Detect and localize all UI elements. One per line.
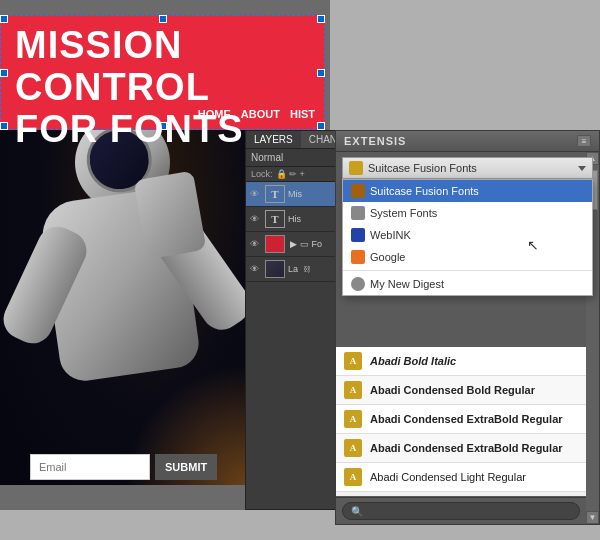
- digest-icon: [351, 277, 365, 291]
- extensis-menu-btn[interactable]: ≡: [577, 135, 591, 147]
- dropdown-option-label: System Fonts: [370, 207, 437, 219]
- digest-label: My New Digest: [370, 278, 444, 290]
- extensis-title: EXTENSIS: [344, 135, 406, 147]
- search-bar: [336, 497, 586, 524]
- font-name: Abadi Condensed Light Regular: [370, 471, 526, 483]
- email-input[interactable]: [30, 454, 150, 480]
- search-input[interactable]: [342, 502, 580, 520]
- dropdown-option-digest[interactable]: My New Digest: [343, 273, 592, 295]
- layer-item[interactable]: 👁 T Mis: [246, 182, 344, 207]
- eye-icon[interactable]: 👁: [250, 214, 262, 224]
- eye-icon[interactable]: 👁: [250, 189, 262, 199]
- blend-mode-dropdown[interactable]: Normal: [246, 149, 344, 167]
- tab-layers[interactable]: LAYERS: [246, 131, 301, 148]
- selected-source-label: Suitcase Fusion Fonts: [368, 162, 477, 174]
- dropdown-option-label: Suitcase Fusion Fonts: [370, 185, 479, 197]
- dropdown-option-label: WebINK: [370, 229, 411, 241]
- layer-name: His: [288, 214, 301, 224]
- layers-tabs: LAYERS CHAN: [246, 131, 344, 149]
- red-banner: MISSION CONTROL FOR FONTS HOME ABOUT HIS…: [0, 15, 325, 130]
- email-section: SUBMIT: [30, 454, 217, 480]
- font-list-item[interactable]: A Abadi Condensed ExtraBold Regular: [336, 434, 586, 463]
- font-list-item[interactable]: A Abadi Condensed Light Regular: [336, 463, 586, 492]
- font-name: Abadi Condensed ExtraBold Regular: [370, 442, 563, 454]
- font-list: A Abadi Bold Italic A Abadi Condensed Bo…: [336, 347, 586, 496]
- font-icon: A: [344, 439, 362, 457]
- font-icon: A: [344, 381, 362, 399]
- layer-thumbnail: T: [265, 210, 285, 228]
- font-icon: A: [344, 410, 362, 428]
- dropdown-option-suitcase[interactable]: Suitcase Fusion Fonts: [343, 180, 592, 202]
- layer-item[interactable]: 👁 La ⛓: [246, 257, 344, 282]
- dropdown-divider: [343, 270, 592, 271]
- font-icon: A: [344, 352, 362, 370]
- source-icon-gray: [351, 206, 365, 220]
- submit-button[interactable]: SUBMIT: [155, 454, 217, 480]
- source-icon: [349, 161, 363, 175]
- extensis-controls: ≡: [577, 135, 591, 147]
- layer-name: La: [288, 264, 298, 274]
- source-icon-blue: [351, 228, 365, 242]
- font-list-item[interactable]: A Abadi Condensed Bold Regular: [336, 376, 586, 405]
- font-list-item[interactable]: A Abadi Bold Italic: [336, 347, 586, 376]
- layer-thumbnail: [265, 260, 285, 278]
- layer-thumbnail: [265, 235, 285, 253]
- layer-item[interactable]: 👁 T His: [246, 207, 344, 232]
- eye-icon[interactable]: 👁: [250, 264, 262, 274]
- eye-icon[interactable]: 👁: [250, 239, 262, 249]
- extensis-panel: EXTENSIS ≡ ▲ ▼ Suitcase Fusion Fonts: [335, 130, 600, 525]
- source-icon-gold: [351, 184, 365, 198]
- layer-item[interactable]: 👁 ▶ ▭ Fo: [246, 232, 344, 257]
- dropdown-option-webink[interactable]: WebINK: [343, 224, 592, 246]
- font-name: Abadi Condensed ExtraBold Regular: [370, 413, 563, 425]
- source-icon-orange: [351, 250, 365, 264]
- font-source-dropdown: Suitcase Fusion Fonts Suitcase Fusion Fo…: [342, 157, 593, 179]
- font-source-button[interactable]: Suitcase Fusion Fonts: [342, 157, 593, 179]
- dropdown-option-label: Google: [370, 251, 405, 263]
- layer-name: Fo: [312, 239, 323, 249]
- font-name: Abadi Condensed Bold Regular: [370, 384, 535, 396]
- font-list-item[interactable]: A Abadi Condensed ExtraBold Regular: [336, 405, 586, 434]
- dropdown-option-google[interactable]: Google: [343, 246, 592, 268]
- font-icon: A: [344, 468, 362, 486]
- extensis-header: EXTENSIS ≡: [336, 131, 599, 152]
- layer-thumbnail: T: [265, 185, 285, 203]
- dropdown-menu: Suitcase Fusion Fonts System Fonts WebIN…: [342, 179, 593, 296]
- layer-name: Mis: [288, 189, 302, 199]
- dropdown-option-system[interactable]: System Fonts: [343, 202, 592, 224]
- scroll-down-button[interactable]: ▼: [586, 511, 599, 524]
- lock-row: Lock: 🔒 ✏ +: [246, 167, 344, 182]
- layers-panel: LAYERS CHAN Normal Lock: 🔒 ✏ + 👁 T Mis 👁…: [245, 130, 345, 510]
- font-name: Abadi Bold Italic: [370, 355, 456, 367]
- photoshop-canvas: MISSION CONTROL FOR FONTS HOME ABOUT HIS…: [0, 0, 330, 510]
- dropdown-arrow-icon: [578, 166, 586, 171]
- banner-nav: HOME ABOUT HIST: [198, 108, 315, 120]
